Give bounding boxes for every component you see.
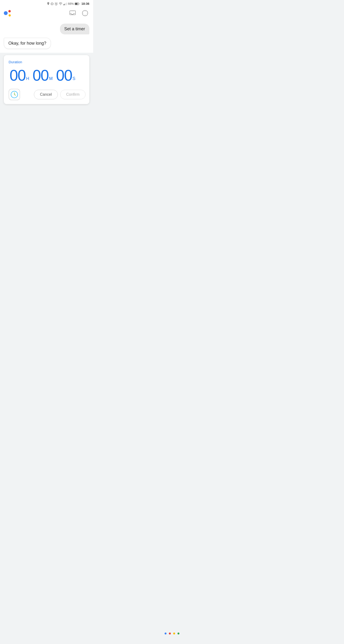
status-bar: 66% 18:36: [0, 0, 93, 6]
svg-rect-2: [53, 3, 53, 4]
duration-card: Duration 00 H 00 M 00 S Cancel Confirm: [4, 55, 89, 104]
chat-area: Set a timer Okay, for how long?: [0, 20, 93, 53]
confirm-button[interactable]: Confirm: [60, 90, 86, 99]
location-icon: [47, 2, 50, 6]
card-footer: Cancel Confirm: [9, 89, 86, 100]
dot-blue: [4, 11, 8, 15]
svg-rect-6: [65, 3, 66, 5]
dot-red: [8, 10, 11, 12]
svg-rect-10: [75, 3, 77, 4]
card-buttons: Cancel Confirm: [34, 90, 86, 99]
dot-yellow: [9, 14, 11, 16]
minutes-value: 00: [33, 68, 49, 83]
google-logo: [4, 10, 11, 16]
wifi-icon: [59, 2, 62, 5]
svg-rect-1: [51, 3, 51, 4]
header-icons: [68, 9, 89, 18]
inbox-button[interactable]: [68, 9, 77, 18]
vibrate-icon: [51, 2, 54, 6]
compass-button[interactable]: [81, 9, 89, 18]
duration-label: Duration: [9, 60, 86, 64]
seconds-value: 00: [56, 68, 72, 83]
assistant-message-text: Okay, for how long?: [8, 41, 46, 46]
compass-icon: [82, 10, 88, 16]
svg-rect-0: [51, 3, 53, 5]
bottom-area: [0, 106, 93, 178]
hours-unit: H: [26, 76, 29, 81]
user-message-bubble: Set a timer: [60, 24, 89, 34]
assistant-message-bubble: Okay, for how long?: [4, 38, 51, 49]
clock-icon-svg: [10, 90, 19, 99]
battery-percentage: 66%: [68, 2, 74, 6]
cancel-button[interactable]: Cancel: [34, 90, 58, 99]
seconds-unit: S: [73, 76, 76, 81]
user-message-text: Set a timer: [64, 26, 85, 31]
battery-icon: [75, 2, 80, 5]
minutes-unit: M: [49, 76, 53, 81]
timer-display: 00 H 00 M 00 S: [9, 68, 86, 83]
alarm-icon: [55, 2, 58, 6]
svg-rect-5: [64, 4, 65, 5]
status-time: 18:36: [82, 2, 89, 6]
hours-value: 00: [10, 68, 26, 83]
svg-rect-7: [66, 3, 66, 5]
inbox-icon: [70, 10, 76, 16]
header-bar: [0, 6, 93, 20]
status-icons: 66% 18:36: [47, 2, 89, 6]
svg-rect-4: [63, 4, 64, 5]
signal-icon: [63, 2, 67, 5]
svg-rect-8: [67, 2, 67, 5]
clock-app-icon[interactable]: [9, 89, 20, 100]
